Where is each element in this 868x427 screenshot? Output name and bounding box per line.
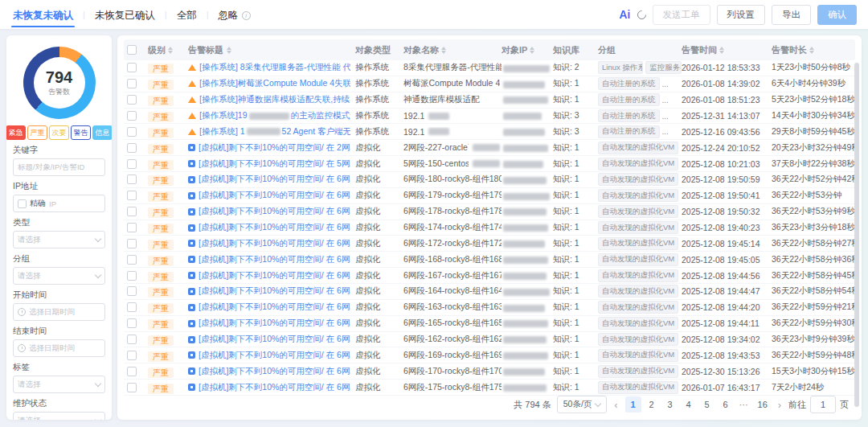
alert-title-link[interactable]: [虚拟机]剩下不到10%的可用空间/ 在 6网段-178-rocky8-组件17… <box>199 206 350 217</box>
tab-4[interactable]: 忽略i <box>217 1 252 29</box>
page-number-4[interactable]: 4 <box>681 396 697 413</box>
table-row[interactable]: 严重[虚拟机]剩下不到10%的可用空间/ 在 6网段-163-rocky8-组件… <box>124 300 855 316</box>
severity-filter-警告[interactable]: 警告 <box>71 125 91 140</box>
column-header-6[interactable]: 知识库 <box>553 44 598 56</box>
row-checkbox[interactable] <box>127 79 137 88</box>
table-row[interactable]: 严重[虚拟机]剩下不到10%的可用空间/ 在 6网段-162-rocky8-组件… <box>124 332 855 348</box>
table-row[interactable]: 严重[操作系统] 152 Agent 客户端无法正常采集数据操作系统192.1知… <box>124 124 855 140</box>
row-checkbox[interactable] <box>127 318 137 328</box>
column-header-5[interactable]: 对象IP <box>502 44 553 56</box>
row-checkbox[interactable] <box>127 127 137 137</box>
jump-page-input[interactable] <box>810 396 836 413</box>
alert-title-link[interactable]: [虚拟机]剩下不到10%的可用空间/ 在 6网段-169-rocky8-组件16… <box>199 350 350 361</box>
alert-title-link[interactable]: [操作系统]树莓派Compute Module 4失联,持续3分钟未响应,系统可… <box>199 78 350 89</box>
row-checkbox[interactable] <box>127 207 137 216</box>
page-number-16[interactable]: 16 <box>755 396 771 413</box>
row-checkbox[interactable] <box>127 271 137 281</box>
alert-title-link[interactable]: [操作系统]神通数据库模板适配失联,持续3分钟未响应,系统可能宕机 <box>199 94 350 105</box>
alert-title-link[interactable]: [操作系统] 8采集代理服务器-代理性能 代理采集服务器 Agent 无法采集数… <box>199 62 350 73</box>
column-header-9[interactable]: 告警时长 <box>772 44 855 56</box>
table-row[interactable]: 严重[虚拟机]剩下不到10%的可用空间/ 在 6网段-165-rocky8-组件… <box>124 316 855 332</box>
alert-title-link[interactable]: [虚拟机]剩下不到10%的可用空间/ 在 6网段-179-rocky8-组件17… <box>199 190 350 201</box>
table-row[interactable]: 严重[虚拟机]剩下不到10%的可用空间/ 在 6网段-164-rocky8-组件… <box>124 284 855 300</box>
row-checkbox[interactable] <box>127 63 137 72</box>
send-ticket-button[interactable]: 发送工单 <box>653 5 710 25</box>
table-row[interactable]: 严重[虚拟机]剩下不到10%的可用空间/ 在 6网段-172-rocky8-组件… <box>124 236 855 252</box>
sort-icon[interactable] <box>809 47 814 54</box>
sort-icon[interactable] <box>441 47 446 54</box>
table-row[interactable]: 严重[虚拟机]剩下不到10%的可用空间/ 在 6网段-174-rocky8-组件… <box>124 220 855 236</box>
severity-filter-严重[interactable]: 严重 <box>27 125 47 140</box>
column-header-7[interactable]: 分组 <box>598 44 682 56</box>
table-row[interactable]: 严重[虚拟机]剩下不到10%的可用空间/ 在 2网段-227-oracle7.9… <box>124 140 855 156</box>
table-row[interactable]: 严重[虚拟机]剩下不到10%的可用空间/ 在 6网段-169-rocky8-组件… <box>124 347 855 363</box>
table-row[interactable]: 严重[虚拟机]剩下不到10%的可用空间/ 在 6网段-167-rocky8-组件… <box>124 268 855 284</box>
row-checkbox[interactable] <box>127 95 137 105</box>
row-checkbox[interactable] <box>127 335 137 344</box>
sort-icon[interactable] <box>719 47 724 54</box>
row-checkbox[interactable] <box>127 286 137 296</box>
column-header-8[interactable]: 告警时间 <box>682 44 772 56</box>
alert-title-link[interactable]: [虚拟机]剩下不到10%的可用空间/ 在 6网段-165-rocky8-组件16… <box>199 318 350 329</box>
prev-page-button[interactable]: ‹ <box>612 399 619 411</box>
row-checkbox[interactable] <box>127 143 137 153</box>
filter-keyword-input[interactable]: 标题/对象/IP/告警ID <box>13 158 105 176</box>
filter-type-select[interactable]: 请选择 <box>13 231 105 248</box>
alert-title-link[interactable]: [虚拟机]剩下不到10%的可用空间/ 在 6网段-174-rocky8-组件17… <box>199 222 350 233</box>
filter-tag-select[interactable]: 请选择 <box>13 376 105 393</box>
next-page-button[interactable]: › <box>776 399 783 411</box>
column-header-1[interactable]: 级别 <box>148 44 188 56</box>
filter-end-time-input[interactable]: 选择日期时间 <box>13 339 105 357</box>
table-row[interactable]: 严重[虚拟机]剩下不到10%的可用空间/ 在 6网段-170-rocky8-组件… <box>124 363 855 380</box>
column-header-4[interactable]: 对象名称 <box>403 44 502 56</box>
row-checkbox[interactable] <box>127 351 137 360</box>
row-checkbox[interactable] <box>127 174 137 184</box>
table-row[interactable]: 严重[虚拟机]剩下不到10%的可用空间/ 在 6网段-179-rocky8-组件… <box>124 188 855 204</box>
table-row[interactable]: 严重[虚拟机]剩下不到10%的可用空间/ 在 6网段-175-rocky8-组件… <box>124 380 855 396</box>
table-row[interactable]: 严重[操作系统] 8采集代理服务器-代理性能 代理采集服务器 Agent 无法采… <box>124 60 855 76</box>
tab-3[interactable]: 全部 <box>175 1 199 29</box>
severity-filter-信息[interactable]: 信息 <box>92 125 112 140</box>
row-checkbox[interactable] <box>127 159 137 169</box>
row-checkbox[interactable] <box>127 223 137 232</box>
alert-title-link[interactable]: [虚拟机]剩下不到10%的可用空间/ 在 2网段-227-oracle7.9 <box>199 142 350 154</box>
severity-filter-紧急[interactable]: 紧急 <box>6 125 26 140</box>
row-checkbox[interactable] <box>127 255 137 265</box>
alert-title-link[interactable]: [虚拟机]剩下不到10%的可用空间/ 在 6网段-168-rocky8-组件16… <box>199 254 350 265</box>
table-row[interactable]: 严重[虚拟机]剩下不到10%的可用空间/ 在 5网段-150-centos7.虚… <box>124 156 855 172</box>
ai-logo-icon[interactable]: Ai <box>620 8 631 21</box>
alert-title-link[interactable]: [虚拟机]剩下不到10%的可用空间/ 在 6网段-162-rocky8-组件16… <box>199 334 350 345</box>
vertical-scrollbar[interactable] <box>854 63 859 407</box>
table-row[interactable]: 严重[操作系统]树莓派Compute Module 4失联,持续3分钟未响应,系… <box>124 76 855 92</box>
table-row[interactable]: 严重[虚拟机]剩下不到10%的可用空间/ 在 6网段-180-rocky8-组件… <box>124 172 855 188</box>
sort-icon[interactable] <box>530 47 534 54</box>
severity-filter-次要[interactable]: 次要 <box>49 125 69 140</box>
confirm-button[interactable]: 确认 <box>817 5 857 25</box>
row-checkbox[interactable] <box>127 367 137 376</box>
page-number-5[interactable]: 5 <box>699 396 715 413</box>
row-checkbox[interactable] <box>127 111 137 121</box>
sort-icon[interactable] <box>168 47 173 54</box>
sort-icon[interactable] <box>227 47 231 54</box>
refresh-icon[interactable] <box>635 8 648 21</box>
alert-title-link[interactable]: [操作系统] 152 Agent 客户端无法正常采集数据 <box>199 126 350 138</box>
alert-title-link[interactable]: [虚拟机]剩下不到10%的可用空间/ 在 6网段-164-rocky8-组件16… <box>199 285 350 297</box>
page-size-select[interactable]: 50条/页 <box>557 396 608 413</box>
filter-ip-address-input[interactable]: 精确IP <box>13 195 105 212</box>
row-checkbox[interactable] <box>127 239 137 248</box>
row-checkbox[interactable] <box>127 383 137 392</box>
alert-title-link[interactable]: [虚拟机]剩下不到10%的可用空间/ 在 6网段-170-rocky8-组件17… <box>199 366 350 377</box>
row-checkbox[interactable] <box>127 302 137 312</box>
filter-group-select[interactable]: 请选择 <box>13 267 105 285</box>
page-number-1[interactable]: 1 <box>625 396 641 413</box>
exact-checkbox[interactable] <box>18 199 27 208</box>
tab-1[interactable]: 未恢复未确认 <box>11 1 75 29</box>
row-checkbox[interactable] <box>127 191 137 200</box>
select-all-checkbox[interactable] <box>127 45 137 55</box>
alert-title-link[interactable]: [虚拟机]剩下不到10%的可用空间/ 在 6网段-180-rocky8-组件18… <box>199 174 350 185</box>
page-number-3[interactable]: 3 <box>662 396 678 413</box>
alert-title-link[interactable]: [虚拟机]剩下不到10%的可用空间/ 在 6网段-172-rocky8-组件17… <box>199 238 350 249</box>
alert-title-link[interactable]: [虚拟机]剩下不到10%的可用空间/ 在 6网段-163-rocky8-组件16… <box>199 302 350 313</box>
export-button[interactable]: 导出 <box>772 5 811 25</box>
filter-maintenance-status-select[interactable]: 请选择 <box>13 412 105 420</box>
